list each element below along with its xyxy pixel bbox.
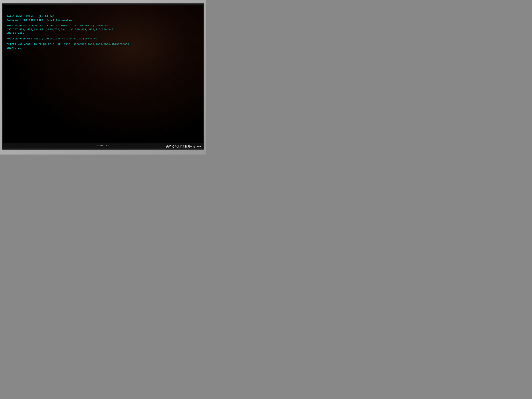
terminal-line-8: Realtek PCIe GBE Family Controller Serie… [7, 37, 199, 41]
terminal-line-10: CLIENT MAC ADDR: 10 78 D2 EE 31 AE GUID:… [7, 43, 199, 46]
watermark: 头条号 / 技术工程师engineer [166, 145, 201, 148]
terminal-line-1: Intel UNDI, PXE-2.1 (build 083) [7, 15, 199, 19]
terminal-line-11: DHCP....i [7, 46, 199, 50]
samsung-logo: SAMSUNG [96, 144, 109, 147]
terminal-content: Intel UNDI, PXE-2.1 (build 083) Copyrigh… [7, 15, 199, 143]
terminal-line-6: US6,327,625 [7, 32, 199, 35]
terminal-line-2: Copyright (C) 1997-2000 Intel Corporatio… [7, 19, 199, 22]
monitor-bezel: Intel UNDI, PXE-2.1 (build 083) Copyrigh… [2, 3, 204, 150]
photo-wrapper: Intel UNDI, PXE-2.1 (build 083) Copyrigh… [0, 0, 206, 154]
screen: Intel UNDI, PXE-2.1 (build 083) Copyrigh… [3, 5, 203, 143]
terminal-line-4: This Product is covered by one or more o… [7, 24, 199, 28]
terminal-line-5: US5,307,459, US5,434,872, US5,732,094, U… [7, 28, 199, 32]
